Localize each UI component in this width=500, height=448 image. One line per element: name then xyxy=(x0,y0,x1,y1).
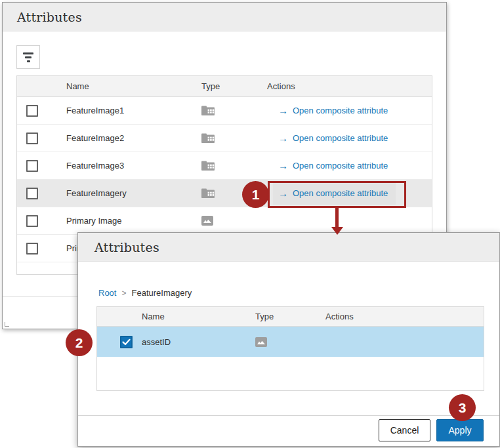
attribute-name: FeatureImage1 xyxy=(66,106,201,115)
type-column-header: Type xyxy=(255,312,325,321)
link-label: Open composite attribute xyxy=(293,161,388,171)
row-checkbox[interactable] xyxy=(26,188,38,199)
open-composite-attribute-link[interactable]: → Open composite attribute xyxy=(278,133,388,143)
open-composite-attribute-link[interactable]: → Open composite attribute xyxy=(278,161,388,171)
table-row: Primary Image xyxy=(17,207,432,235)
breadcrumb-current: FeatureImagery xyxy=(131,288,192,298)
filter-icon xyxy=(23,52,33,62)
row-checkbox[interactable] xyxy=(26,215,38,227)
breadcrumb-separator: > xyxy=(121,289,126,298)
filter-button[interactable] xyxy=(16,45,40,69)
dialog-title: Attributes xyxy=(78,240,159,255)
composite-type-icon xyxy=(201,133,215,143)
row-checkbox[interactable] xyxy=(26,243,38,255)
dialog-header: Attributes xyxy=(3,3,446,31)
breadcrumb-root-link[interactable]: Root xyxy=(98,288,116,298)
arrow-right-icon: → xyxy=(278,133,288,143)
resize-grip-icon[interactable] xyxy=(5,322,9,327)
attribute-name: FeatureImage2 xyxy=(66,133,201,143)
row-checkbox[interactable] xyxy=(26,132,38,144)
check-icon xyxy=(122,338,131,346)
arrow-right-icon: → xyxy=(278,106,288,115)
actions-column-header: Actions xyxy=(267,81,432,91)
step-badge-3: 3 xyxy=(449,394,476,421)
attribute-name: FeatureImage3 xyxy=(66,161,201,171)
row-checkbox[interactable] xyxy=(26,105,38,117)
image-type-icon xyxy=(255,337,267,347)
composite-attributes-table: Name Type Actions assetID xyxy=(96,306,484,391)
open-composite-attribute-link[interactable]: → Open composite attribute xyxy=(278,106,388,115)
table-row: FeatureImage1 → Open composite attribute xyxy=(17,97,432,125)
row-checkbox-checked[interactable] xyxy=(120,336,133,348)
arrow-right-icon: → xyxy=(278,161,288,171)
dialog-title: Attributes xyxy=(3,10,82,24)
row-checkbox[interactable] xyxy=(26,160,38,172)
link-label: Open composite attribute xyxy=(293,133,388,143)
name-column-header: Name xyxy=(142,312,255,321)
table-header-row: Name Type Actions xyxy=(97,307,484,327)
apply-button[interactable]: Apply xyxy=(436,419,484,441)
footer-divider xyxy=(78,415,499,416)
link-label: Open composite attribute xyxy=(293,106,388,115)
attribute-name: FeatureImagery xyxy=(66,188,201,198)
composite-type-icon xyxy=(201,106,215,115)
cancel-button[interactable]: Cancel xyxy=(379,419,430,441)
table-header-row: Name Type Actions xyxy=(17,76,432,97)
dialog-header: Attributes xyxy=(78,233,499,262)
type-column-header: Type xyxy=(201,81,267,91)
breadcrumb: Root > FeatureImagery xyxy=(98,288,192,298)
composite-type-icon xyxy=(201,188,215,198)
image-type-icon xyxy=(201,216,213,226)
actions-column-header: Actions xyxy=(325,312,484,321)
table-row: FeatureImage3 → Open composite attribute xyxy=(17,152,432,180)
table-row: FeatureImage2 → Open composite attribute xyxy=(17,125,432,152)
attribute-name: Primary Image xyxy=(66,216,201,226)
table-row-assetid-selected: assetID xyxy=(97,327,484,357)
step1-arrow-head-icon xyxy=(331,227,343,235)
attribute-name: assetID xyxy=(142,337,255,347)
step-badge-2: 2 xyxy=(66,329,93,356)
screenshot-canvas: Attributes Name Type Actions FeatureImag… xyxy=(0,0,500,448)
step1-arrow xyxy=(335,208,339,228)
composite-attributes-dialog: Attributes Root > FeatureImagery Name Ty… xyxy=(77,232,500,447)
composite-type-icon xyxy=(201,161,215,171)
name-column-header: Name xyxy=(66,81,201,91)
step-badge-1: 1 xyxy=(242,181,269,208)
step1-highlight-box xyxy=(268,181,406,208)
